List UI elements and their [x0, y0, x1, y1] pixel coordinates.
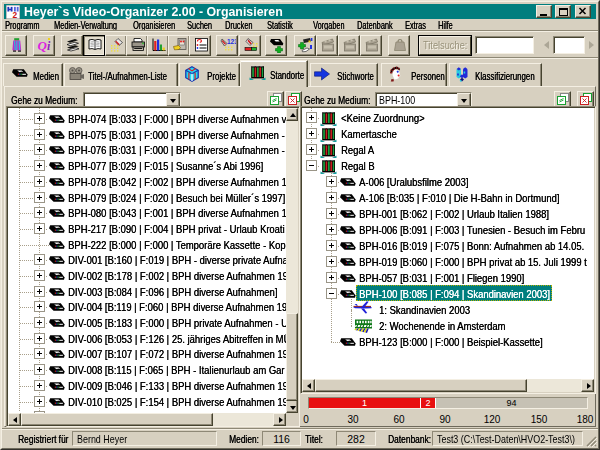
svg-text:i: i — [47, 39, 51, 53]
svg-text:Q: Q — [38, 38, 48, 53]
svg-text:2: 2 — [13, 9, 18, 18]
svg-text:123: 123 — [227, 38, 236, 45]
